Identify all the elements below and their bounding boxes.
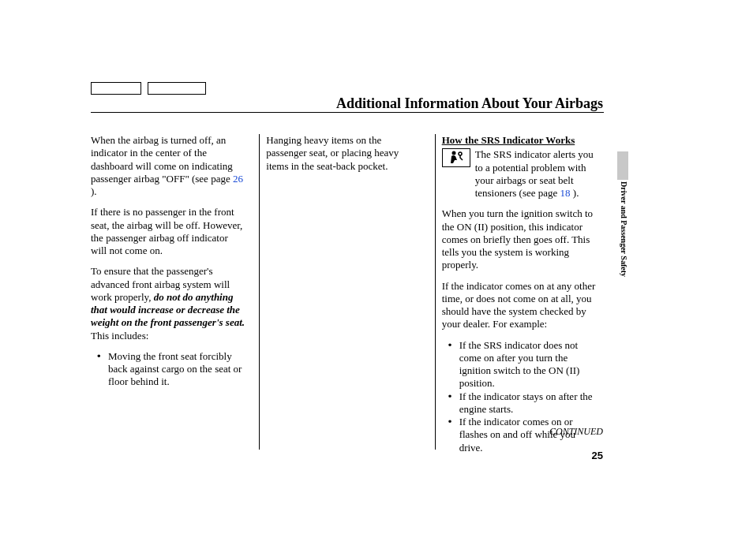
page-title: Additional Information About Your Airbag… bbox=[336, 95, 603, 113]
column-right: How the SRS Indicator Works The SRS indi… bbox=[442, 134, 604, 462]
svg-point-0 bbox=[451, 151, 455, 155]
title-rule bbox=[91, 112, 604, 113]
text: This includes: bbox=[91, 330, 148, 342]
column-left: When the airbag is turned off, an indica… bbox=[91, 134, 253, 462]
left-bullet-list: Moving the front seat forcibly back agai… bbox=[91, 350, 245, 389]
right-para-1: The SRS indicator alerts you to a potent… bbox=[442, 148, 596, 200]
header-box-2 bbox=[148, 82, 206, 95]
left-para-1: When the airbag is turned off, an indica… bbox=[91, 134, 245, 198]
text: The SRS indicator alerts you to a potent… bbox=[475, 148, 596, 200]
left-para-2: If there is no passenger in the front se… bbox=[91, 206, 245, 257]
page-link-26[interactable]: 26 bbox=[233, 173, 243, 185]
column-divider bbox=[259, 134, 260, 450]
page-number: 25 bbox=[592, 450, 603, 462]
list-item: If the SRS indicator does not come on af… bbox=[456, 339, 596, 390]
right-para-2: When you turn the ignition switch to the… bbox=[442, 207, 596, 271]
right-subheading: How the SRS Indicator Works bbox=[442, 134, 596, 147]
text: ). bbox=[91, 185, 97, 197]
middle-para-1: Hanging heavy items on the passenger sea… bbox=[266, 134, 420, 173]
section-tab-marker bbox=[617, 151, 628, 180]
header-blank-boxes bbox=[91, 82, 206, 95]
svg-point-1 bbox=[459, 152, 462, 155]
text: When the airbag is turned off, an indica… bbox=[91, 134, 233, 185]
content-columns: When the airbag is turned off, an indica… bbox=[91, 134, 604, 462]
srs-indicator-icon bbox=[442, 148, 470, 167]
column-middle: Hanging heavy items on the passenger sea… bbox=[266, 134, 428, 462]
manual-page: Additional Information About Your Airbag… bbox=[0, 0, 753, 560]
header-box-1 bbox=[91, 82, 141, 95]
column-divider bbox=[435, 134, 436, 450]
page-link-18[interactable]: 18 bbox=[560, 187, 571, 199]
right-para-3: If the indicator comes on at any other t… bbox=[442, 280, 596, 331]
list-item: If the indicator stays on after the engi… bbox=[456, 390, 596, 416]
left-para-3: To ensure that the passenger's advanced … bbox=[91, 265, 245, 342]
text: ). bbox=[573, 187, 579, 199]
continued-label: CONTINUED bbox=[549, 426, 603, 438]
section-tab-label: Driver and Passenger Safety bbox=[617, 181, 628, 292]
list-item: Moving the front seat forcibly back agai… bbox=[105, 350, 245, 389]
